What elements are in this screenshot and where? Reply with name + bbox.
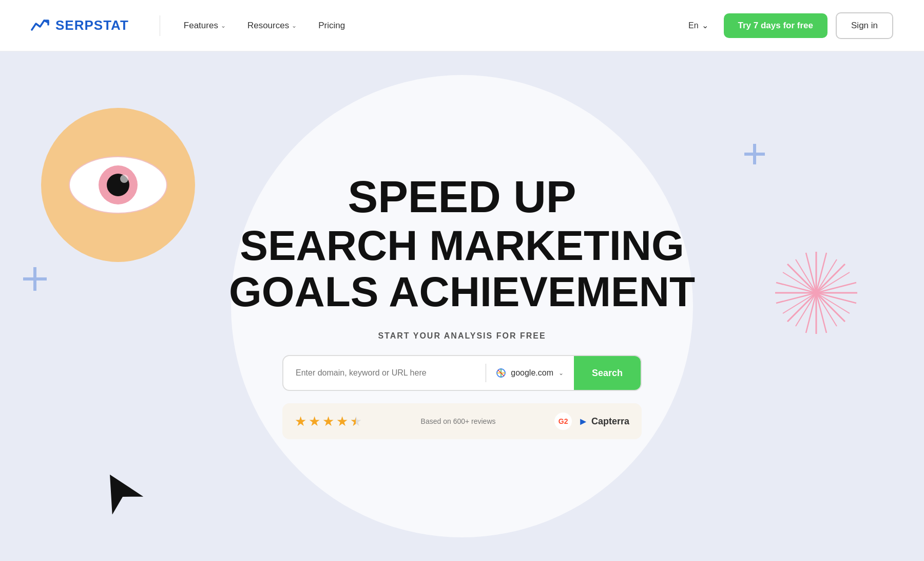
header: SERPSTAT Features ⌄ Resources ⌄ Pricing … [0,0,924,51]
nav-features[interactable]: Features ⌄ [176,16,234,35]
g2-label: G2 [559,417,568,425]
cross-decoration-left [23,267,47,295]
search-button[interactable]: Search [574,355,641,391]
star-rating: ★ ★ ★ ★ ★ ★ [295,414,362,429]
capterra-arrow-icon: ► [578,416,588,427]
serpstat-logo-icon [31,18,49,33]
g2-logo: G2 [554,413,572,430]
reviews-text: Based on 600+ reviews [372,417,544,425]
review-logos: G2 ► Capterra [554,413,629,430]
search-engine-label: google.com [511,368,553,378]
hero-section: SPEED UP SEARCH MARKETING GOALS ACHIEVEM… [0,51,924,561]
language-label: En [688,21,699,30]
search-engine-selector[interactable]: google.com ⌄ [486,368,574,378]
nav-resources[interactable]: Resources ⌄ [239,16,305,35]
logo[interactable]: SERPSTAT [31,17,129,33]
sign-in-button[interactable]: Sign in [836,12,893,39]
star-1: ★ [295,414,306,429]
header-right: En ⌄ Try 7 days for free Sign in [681,12,893,39]
capterra-logo: ► Capterra [578,416,629,427]
try-free-button[interactable]: Try 7 days for free [724,13,827,38]
star-3: ★ [322,414,334,429]
eye-circle-bg [41,108,195,262]
search-bar: google.com ⌄ Search [282,355,642,391]
capterra-label: Capterra [591,416,629,427]
svg-rect-5 [23,277,47,280]
svg-marker-20 [94,465,144,515]
eye-illustration [41,108,195,262]
hero-title-line2: SEARCH MARKETING [240,222,684,269]
nav-pricing[interactable]: Pricing [310,16,353,35]
main-nav: Features ⌄ Resources ⌄ Pricing [176,16,681,35]
star-4: ★ [336,414,348,429]
resources-chevron-icon: ⌄ [292,22,297,29]
nav-pricing-label: Pricing [318,21,345,31]
eye-svg [67,152,169,218]
hero-content: SPEED UP SEARCH MARKETING GOALS ACHIEVEM… [229,173,695,440]
engine-chevron-icon: ⌄ [559,369,564,377]
hero-title-line1: SPEED UP [348,173,576,220]
header-divider [160,15,160,36]
star-half: ★ ★ [350,414,362,429]
cross-decoration-right [744,144,765,168]
reviews-bar: ★ ★ ★ ★ ★ ★ Based on 600+ reviews G2 ► C… [282,403,642,439]
nav-resources-label: Resources [247,21,289,31]
search-input[interactable] [283,368,486,378]
lang-chevron-icon: ⌄ [702,21,708,30]
google-icon [496,368,506,378]
logo-text: SERPSTAT [55,17,129,33]
svg-point-3 [120,175,128,183]
hero-subtitle: START YOUR ANALYSIS FOR FREE [378,331,546,341]
language-selector[interactable]: En ⌄ [681,16,716,34]
svg-rect-7 [744,153,765,156]
hero-title-line3: GOALS ACHIEVEMENT [229,269,695,315]
star-2: ★ [309,414,320,429]
arrow-decoration [94,465,147,521]
nav-features-label: Features [184,21,218,31]
starburst-decoration [770,247,862,339]
features-chevron-icon: ⌄ [221,22,226,29]
